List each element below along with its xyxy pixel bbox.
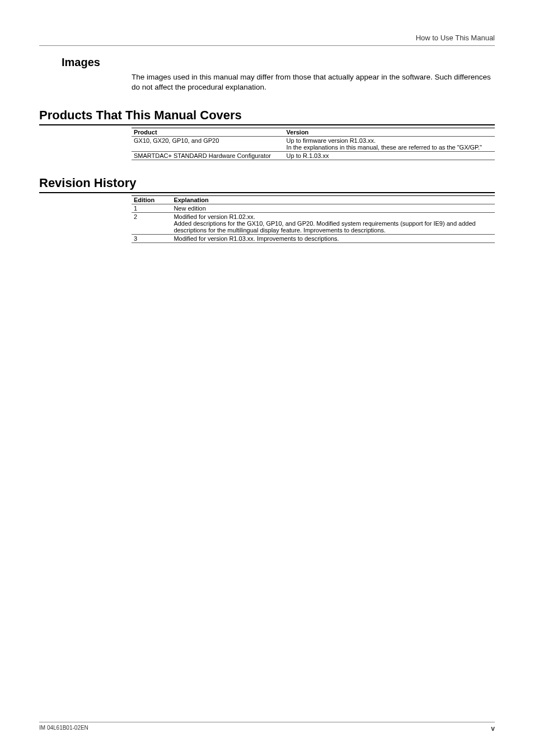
- heading-revision: Revision History: [39, 176, 495, 193]
- cell-edition: 3: [132, 235, 171, 243]
- table-row: 1 New edition: [132, 204, 495, 213]
- cell-edition: 1: [132, 204, 171, 213]
- revision-table: Edition Explanation 1 New edition 2 Modi…: [132, 195, 495, 243]
- cell-product: SMARTDAC+ STANDARD Hardware Configurator: [132, 152, 284, 160]
- cell-version: Up to R.1.03.xx: [284, 152, 495, 160]
- table-row: 2 Modified for version R1.02.xx. Added d…: [132, 213, 495, 235]
- cell-explanation: Modified for version R1.03.xx. Improveme…: [171, 235, 495, 243]
- products-table: Product Version GX10, GX20, GP10, and GP…: [132, 128, 495, 160]
- col-product: Product: [132, 128, 284, 137]
- page-footer: IM 04L61B01-02EN v: [39, 722, 495, 732]
- heading-images: Images: [62, 56, 495, 69]
- footer-docid: IM 04L61B01-02EN: [39, 725, 88, 732]
- table-header-row: Product Version: [132, 128, 495, 137]
- table-row: GX10, GX20, GP10, and GP20 Up to firmwar…: [132, 137, 495, 152]
- table-row: SMARTDAC+ STANDARD Hardware Configurator…: [132, 152, 495, 160]
- table-header-row: Edition Explanation: [132, 196, 495, 204]
- cell-product: GX10, GX20, GP10, and GP20: [132, 137, 284, 152]
- running-header: How to Use This Manual: [39, 34, 495, 46]
- cell-edition: 2: [132, 213, 171, 235]
- images-body: The images used in this manual may diffe…: [132, 72, 495, 92]
- heading-products: Products That This Manual Covers: [39, 108, 495, 125]
- cell-explanation: New edition: [171, 204, 495, 213]
- cell-version: Up to firmware version R1.03.xx. In the …: [284, 137, 495, 152]
- footer-pagenum: v: [491, 725, 495, 732]
- table-row: 3 Modified for version R1.03.xx. Improve…: [132, 235, 495, 243]
- col-version: Version: [284, 128, 495, 137]
- cell-explanation: Modified for version R1.02.xx. Added des…: [171, 213, 495, 235]
- col-edition: Edition: [132, 196, 171, 204]
- col-explanation: Explanation: [171, 196, 495, 204]
